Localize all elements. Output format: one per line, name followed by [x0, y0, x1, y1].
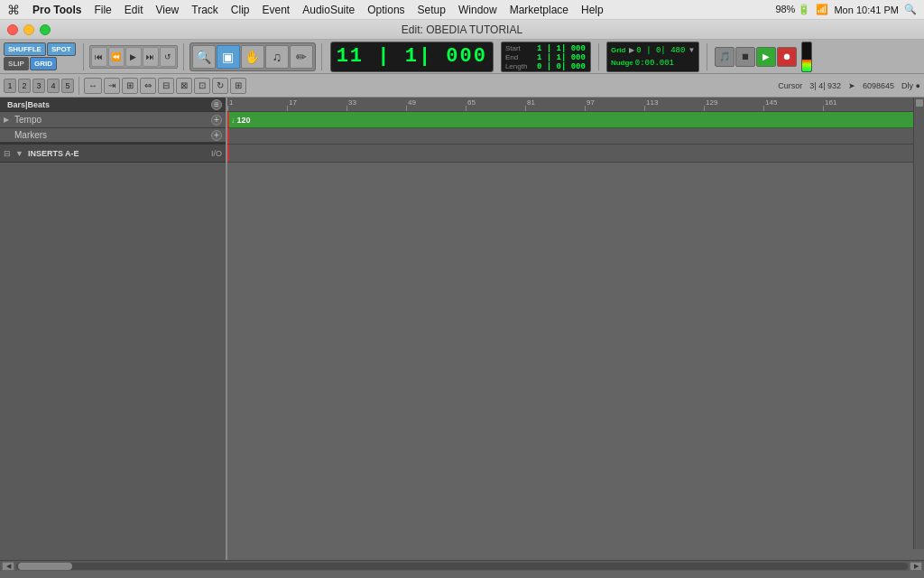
cursor-label: Cursor [778, 81, 802, 90]
menu-file[interactable]: File [88, 3, 116, 17]
stop-button[interactable]: ⏹ [735, 47, 755, 67]
wifi-icon: 📶 [816, 4, 828, 15]
close-button[interactable] [7, 24, 18, 35]
menu-help[interactable]: Help [576, 3, 609, 17]
divider-1 [83, 43, 84, 70]
inst-dropdown-icon[interactable]: ▼ [15, 149, 23, 158]
edit-area[interactable] [227, 163, 924, 560]
ruler-tick [823, 106, 824, 111]
scroll-right-button[interactable]: ▶ [910, 562, 922, 571]
fast-forward-button[interactable]: ▶ [125, 47, 142, 67]
rewind-to-start-button[interactable]: ⏮ [91, 47, 107, 67]
end-value[interactable]: 1 | 1| 000 [537, 53, 586, 62]
vu-meter [801, 42, 812, 72]
edit-tool-2e[interactable]: ⊟ [158, 78, 174, 94]
main-counter[interactable]: 11 | 1| 000 [330, 42, 494, 72]
track-num-2[interactable]: 2 [18, 79, 31, 93]
length-value[interactable]: 0 | 0| 000 [537, 62, 586, 71]
tempo-track-name: Tempo [14, 115, 211, 125]
track-num-5[interactable]: 5 [61, 79, 74, 93]
rewind-button[interactable]: ⏪ [108, 47, 125, 67]
edit-mode-buttons: SHUFFLE SPOT SLIP GRID [4, 42, 76, 70]
record-button[interactable]: ⏺ [777, 47, 797, 67]
battery-status: 98% 🔋 [775, 4, 810, 15]
menu-setup[interactable]: Setup [412, 3, 451, 17]
menu-track[interactable]: Track [186, 3, 224, 17]
scroll-left-button[interactable]: ◀ [2, 562, 14, 571]
track-num-4[interactable]: 4 [47, 79, 60, 93]
metronome-button[interactable]: 🎵 [715, 47, 735, 67]
forward-to-end-button[interactable]: ⏭ [143, 47, 159, 67]
spot-mode-button[interactable]: SPOT [47, 42, 76, 56]
menu-marketplace[interactable]: Marketplace [504, 3, 574, 17]
scroll-track[interactable] [16, 563, 908, 570]
menu-audiosuite[interactable]: AudioSuite [297, 3, 360, 17]
start-value[interactable]: 1 | 1| 000 [537, 44, 586, 53]
ruler-mark-1: 1 [229, 98, 233, 107]
scroll-thumb[interactable] [18, 563, 72, 570]
pencil-tool-button[interactable]: ♫ [265, 45, 289, 69]
playhead-markers [227, 128, 229, 144]
loop-button[interactable]: ↺ [160, 47, 176, 67]
grabber-tool-button[interactable]: ✋ [241, 45, 264, 69]
slip-mode-button[interactable]: SLIP [4, 57, 29, 70]
menu-view[interactable]: View [150, 3, 184, 17]
edit-tool-2f[interactable]: ⊠ [176, 78, 192, 94]
edit-tool-2h[interactable]: ⊞ [230, 78, 246, 94]
instrument-track-header: ⊟ ▼ INSERTS A-E I/O [0, 144, 226, 163]
grid-value[interactable]: 0 | 0| 480 [636, 46, 685, 55]
track-num-1[interactable]: 1 [4, 79, 16, 93]
transport-controls: 🎵 ⏹ ▶ ⏺ [715, 47, 797, 67]
menu-event[interactable]: Event [257, 3, 296, 17]
shuffle-mode-button[interactable]: SHUFFLE [4, 42, 46, 56]
divider-5 [707, 43, 707, 70]
maximize-button[interactable] [40, 24, 51, 35]
zoom-tool-button[interactable]: 🔍 [192, 45, 216, 69]
tempo-expand-icon[interactable]: ▶ [4, 116, 13, 124]
timeline-area: 1173349658197113129145161 ↓ 120 [227, 98, 924, 560]
bars-beats-add-icon: ≡ [211, 99, 222, 110]
selection-display: Start 1 | 1| 000 End 1 | 1| 000 Length 0… [501, 42, 591, 72]
menu-window[interactable]: Window [453, 3, 503, 17]
loop-tool[interactable]: ↻ [212, 78, 228, 94]
menu-edit[interactable]: Edit [119, 3, 149, 17]
edit-tool-2d[interactable]: ⇔ [140, 78, 156, 94]
cursor-arrow-icon: ➤ [848, 81, 855, 90]
secondary-toolbar: 1 2 3 4 5 ↔ ⇥ ⊞ ⇔ ⊟ ⊠ ⊡ ↻ ⊞ Cursor 3| 4|… [0, 74, 924, 98]
menu-clip[interactable]: Clip [226, 3, 255, 17]
ruler-mark-17: 17 [289, 98, 297, 107]
v-scroll-thumb[interactable] [916, 99, 923, 107]
divider-4 [598, 43, 599, 70]
bars-beats-label: Bars|Beats [7, 100, 50, 109]
cursor-value: 3| 4| 932 [809, 81, 841, 90]
minimize-button[interactable] [23, 24, 34, 35]
nav-buttons: ⏮ ⏪ ▶ ⏭ ↺ [89, 45, 178, 69]
instrument-lane [227, 144, 924, 163]
ruler-tick [585, 106, 586, 111]
menu-options[interactable]: Options [362, 3, 410, 17]
ruler-mark-65: 65 [467, 98, 476, 107]
tempo-track-row[interactable]: ▶ Tempo + [0, 112, 226, 128]
vu-fill [802, 60, 811, 71]
selector-tool-button[interactable]: ▣ [217, 45, 240, 69]
play-button[interactable]: ▶ [756, 47, 776, 67]
vertical-scrollbar[interactable] [913, 98, 924, 549]
menu-protools[interactable]: Pro Tools [27, 3, 87, 17]
edit-tool-2g[interactable]: ⊡ [194, 78, 210, 94]
edit-tool-2c[interactable]: ⊞ [122, 78, 138, 94]
main-toolbar: SHUFFLE SPOT SLIP GRID ⏮ ⏪ ▶ ⏭ ↺ 🔍 ▣ ✋ ♫… [0, 40, 924, 74]
edit-tool-2a[interactable]: ↔ [84, 78, 102, 94]
tempo-add-button[interactable]: + [211, 115, 222, 126]
grid-nudge-display: Grid ▶ 0 | 0| 480 ▼ Nudge 0:00.001 [606, 42, 699, 72]
smart-tool-button[interactable]: ✏ [290, 45, 313, 69]
search-icon[interactable]: 🔍 [904, 4, 917, 15]
markers-add-button[interactable]: + [211, 130, 222, 141]
nudge-value[interactable]: 0:00.001 [635, 59, 674, 68]
counter-value: 11 | 1| 000 [337, 47, 487, 67]
markers-track-row[interactable]: Markers + [0, 128, 226, 143]
grid-mode-button[interactable]: GRID [30, 57, 57, 70]
edit-tool-2b[interactable]: ⇥ [104, 78, 120, 94]
track-num-3[interactable]: 3 [32, 79, 45, 93]
dly-indicator: Dly ● [901, 81, 920, 90]
length-label: Length [505, 62, 534, 70]
